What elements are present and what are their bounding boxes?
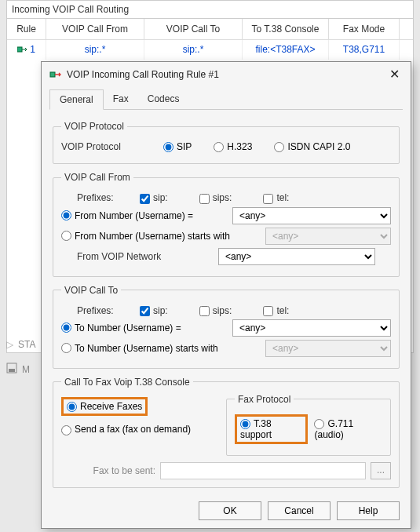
voip-protocol-label: VOIP Protocol	[61, 141, 163, 152]
to-chk-sip[interactable]: sip:	[140, 305, 168, 316]
col-rule[interactable]: Rule	[7, 19, 46, 39]
window-title: Incoming VOIP Call Routing	[7, 1, 413, 19]
from-eq-select[interactable]: <any>	[232, 207, 391, 224]
to-prefixes-label: Prefixes:	[61, 305, 140, 316]
bg-toolbar2: M	[6, 363, 30, 376]
fax-protocol-legend: Fax Protocol	[235, 394, 294, 405]
voip-protocol-legend: VOIP Protocol	[61, 121, 127, 132]
send-fax-radio[interactable]: Send a fax (fax on demand)	[61, 424, 191, 435]
radio-h323[interactable]: H.323	[214, 141, 252, 152]
from-network-label: From VOIP Network	[61, 251, 218, 262]
tab-general[interactable]: General	[49, 89, 104, 110]
col-to[interactable]: VOIP Call To	[144, 19, 243, 39]
to-sw-radio[interactable]: To Number (Username) starts with	[61, 343, 265, 354]
call-to-group: VOIP Call To Prefixes: sip: sips: tel: T…	[53, 285, 400, 369]
tabs: General Fax Codecs	[49, 89, 403, 110]
from-prefixes-label: Prefixes:	[61, 192, 140, 203]
from-chk-sips[interactable]: sips:	[199, 192, 232, 203]
save-icon	[6, 363, 17, 376]
receive-faxes-highlight: Receive Faxes	[61, 397, 148, 416]
tab-codecs[interactable]: Codecs	[138, 89, 189, 109]
cancel-button[interactable]: Cancel	[268, 501, 331, 520]
col-console[interactable]: To T.38 Console	[243, 19, 329, 39]
play-icon: ▷	[6, 339, 13, 350]
receive-faxes-radio[interactable]: Receive Faxes	[67, 401, 142, 412]
call-from-group: VOIP Call From Prefixes: sip: sips: tel:…	[53, 172, 400, 276]
cell-console: file:<T38FAX>	[243, 40, 329, 60]
t38-radio[interactable]: T.38 support	[240, 418, 302, 440]
voip-protocol-group: VOIP Protocol VOIP Protocol SIP H.323 IS…	[53, 121, 400, 164]
from-sw-radio[interactable]: From Number (Username) starts with	[61, 231, 265, 242]
fax-tobesent-input[interactable]	[160, 462, 366, 479]
from-sw-select[interactable]: <any>	[265, 228, 391, 245]
to-eq-radio[interactable]: To Number (Username) =	[61, 322, 232, 333]
bg-toolbar: ▷ STA	[6, 339, 35, 350]
dialog-title: VOIP Incoming Call Routing Rule #1	[67, 69, 386, 80]
fax-browse-button[interactable]: ...	[371, 462, 391, 479]
radio-isdn[interactable]: ISDN CAPI 2.0	[274, 141, 350, 152]
cell-rule: 1	[30, 44, 35, 55]
col-from[interactable]: VOIP Call From	[46, 19, 144, 39]
table-row[interactable]: 1 sip:.* sip:.* file:<T38FAX> T38,G711	[7, 40, 413, 60]
fax-legend: Call To Fax Voip T.38 Console	[61, 377, 193, 388]
from-network-select[interactable]: <any>	[218, 248, 375, 265]
rule-dialog: VOIP Incoming Call Routing Rule #1 ✕ Gen…	[41, 61, 411, 529]
to-chk-tel[interactable]: tel:	[263, 305, 289, 316]
cell-from: sip:.*	[46, 40, 144, 60]
from-chk-tel[interactable]: tel:	[263, 192, 289, 203]
from-chk-sip[interactable]: sip:	[140, 192, 168, 203]
to-chk-sips[interactable]: sips:	[199, 305, 232, 316]
t38-highlight: T.38 support	[235, 414, 308, 444]
svg-rect-0	[17, 47, 22, 52]
grid-header: Rule VOIP Call From VOIP Call To To T.38…	[7, 19, 413, 40]
fax-protocol-group: Fax Protocol T.38 support G.711 (audio)	[226, 394, 391, 456]
m-label: M	[22, 364, 30, 375]
to-sw-select[interactable]: <any>	[265, 340, 391, 357]
cell-mode: T38,G711	[329, 40, 400, 60]
ok-button[interactable]: OK	[199, 501, 261, 520]
rule-icon	[17, 45, 28, 56]
call-from-legend: VOIP Call From	[61, 172, 133, 183]
help-button[interactable]: Help	[337, 501, 400, 520]
radio-sip[interactable]: SIP	[163, 141, 192, 152]
fax-group: Call To Fax Voip T.38 Console Receive Fa…	[53, 377, 400, 488]
dialog-titlebar[interactable]: VOIP Incoming Call Routing Rule #1 ✕	[42, 62, 411, 86]
from-eq-radio[interactable]: From Number (Username) =	[61, 210, 232, 221]
close-button[interactable]: ✕	[386, 67, 403, 82]
cell-to: sip:.*	[144, 40, 243, 60]
svg-rect-2	[9, 369, 15, 372]
fax-tobesent-label: Fax to be sent:	[61, 465, 155, 476]
dialog-icon	[49, 68, 62, 81]
svg-rect-3	[50, 72, 55, 77]
start-label: STA	[18, 339, 35, 350]
col-mode[interactable]: Fax Mode	[329, 19, 400, 39]
g711-radio[interactable]: G.711 (audio)	[314, 418, 382, 440]
tab-fax[interactable]: Fax	[104, 89, 138, 109]
call-to-legend: VOIP Call To	[61, 285, 121, 296]
to-eq-select[interactable]: <any>	[232, 319, 391, 337]
